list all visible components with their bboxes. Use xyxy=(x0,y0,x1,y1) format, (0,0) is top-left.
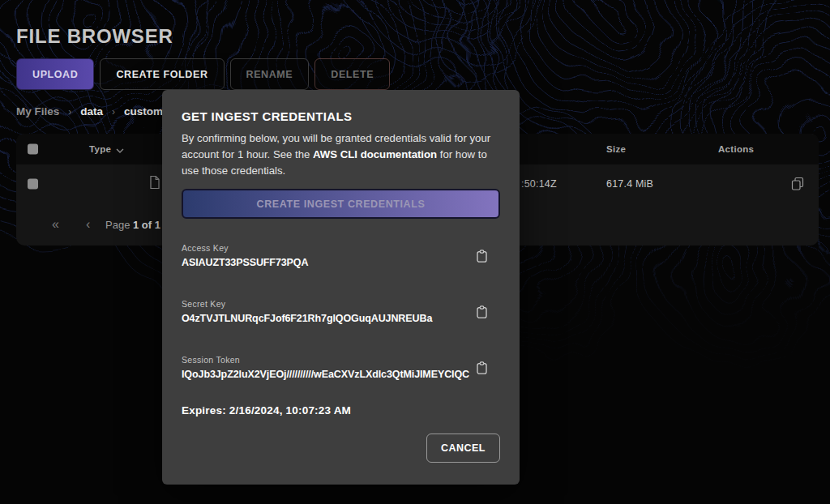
copy-access-key-icon[interactable] xyxy=(477,250,487,263)
chevron-down-icon xyxy=(116,142,124,156)
copy-secret-key-icon[interactable] xyxy=(477,305,487,318)
page-indicator: Page 1 of 1 xyxy=(105,218,160,230)
chevron-right-icon: › xyxy=(68,106,71,117)
select-all-checkbox[interactable] xyxy=(28,144,38,155)
secret-key-label: Secret Key xyxy=(182,299,500,309)
secret-key-value: O4zTVJTLNURqcFJof6F21Rh7glQOGuqAUJNREUBa xyxy=(182,313,500,324)
copy-path-icon[interactable] xyxy=(791,177,804,190)
session-token-label: Session Token xyxy=(182,355,500,365)
row-checkbox[interactable] xyxy=(28,178,38,189)
cancel-button[interactable]: CANCEL xyxy=(426,434,500,463)
modal-description: By confirming below, you will be granted… xyxy=(182,130,494,179)
toolbar: UPLOAD CREATE FOLDER RENAME DELETE xyxy=(16,58,390,90)
modal-footer: CANCEL xyxy=(182,434,500,463)
breadcrumb-root[interactable]: My Files xyxy=(16,105,59,117)
rename-button[interactable]: RENAME xyxy=(230,58,310,90)
access-key-label: Access Key xyxy=(182,243,500,253)
aws-cli-doc-link[interactable]: AWS CLI documentation xyxy=(313,148,437,160)
breadcrumb: My Files › data › custom xyxy=(16,105,163,117)
session-token-field: Session Token IQoJb3JpZ2luX2VjEOj///////… xyxy=(182,355,500,380)
delete-button[interactable]: DELETE xyxy=(314,58,390,90)
access-key-field: Access Key ASIAUZT33PSSUFF73PQA xyxy=(182,243,500,268)
type-column-label: Type xyxy=(89,144,111,154)
page-title: FILE BROWSER xyxy=(16,25,173,48)
first-page-icon[interactable]: « xyxy=(52,218,59,231)
type-column-header[interactable]: Type xyxy=(89,142,124,156)
prev-page-icon[interactable]: ‹ xyxy=(86,218,90,231)
secret-key-field: Secret Key O4zTVJTLNURqcFJof6F21Rh7glQOG… xyxy=(182,299,500,324)
actions-column-header: Actions xyxy=(718,144,754,154)
chevron-right-icon: › xyxy=(112,106,115,117)
modal-title: GET INGEST CREDENTIALS xyxy=(182,109,500,123)
upload-button[interactable]: UPLOAD xyxy=(16,58,94,90)
modified-cell: :50:14Z xyxy=(521,178,557,190)
access-key-value: ASIAUZT33PSSUFF73PQA xyxy=(182,257,500,268)
session-token-value: IQoJb3JpZ2luX2VjEOj//////////wEaCXVzLXdl… xyxy=(182,369,500,380)
breadcrumb-folder-custom[interactable]: custom xyxy=(124,105,163,117)
file-icon xyxy=(149,175,160,192)
page-count: 1 of 1 xyxy=(133,218,160,230)
copy-session-token-icon[interactable] xyxy=(477,361,487,374)
breadcrumb-folder-data[interactable]: data xyxy=(80,105,103,117)
get-ingest-credentials-modal: GET INGEST CREDENTIALS By confirming bel… xyxy=(162,90,520,485)
create-folder-button[interactable]: CREATE FOLDER xyxy=(100,58,224,90)
expires-text: Expires: 2/16/2024, 10:07:23 AM xyxy=(182,404,500,416)
size-column-header: Size xyxy=(606,144,626,154)
create-ingest-credentials-button[interactable]: CREATE INGEST CREDENTIALS xyxy=(182,189,500,219)
size-cell: 617.4 MiB xyxy=(606,178,653,190)
